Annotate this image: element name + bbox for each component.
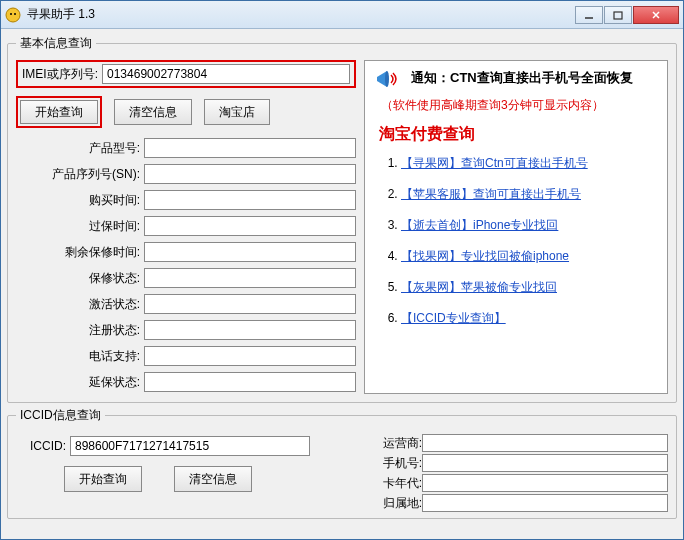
registration-status-input[interactable] xyxy=(144,320,356,340)
svg-point-2 xyxy=(14,13,16,15)
close-button[interactable] xyxy=(633,6,679,24)
extended-warranty-input[interactable] xyxy=(144,372,356,392)
carrier-input[interactable] xyxy=(422,434,668,452)
start-highlight: 开始查询 xyxy=(16,96,102,128)
notice-title: 通知：CTN查询直接出手机号全面恢复 xyxy=(411,69,661,87)
link-5[interactable]: 【灰果网】苹果被偷专业找回 xyxy=(401,280,557,294)
imei-row-highlight: IMEI或序列号: xyxy=(16,60,356,88)
notice-panel: 通知：CTN查询直接出手机号全面恢复 （软件使用高峰期查询3分钟可显示内容） 淘… xyxy=(364,60,668,394)
link-list: 【寻果网】查询Ctn可直接出手机号 【苹果客服】查询可直接出手机号 【逝去首创】… xyxy=(401,155,661,327)
iccid-buttons: 开始查询 清空信息 xyxy=(16,466,356,492)
iccid-legend: ICCID信息查询 xyxy=(16,407,105,424)
link-6[interactable]: 【ICCID专业查询】 xyxy=(401,311,506,325)
phone-label: 手机号: xyxy=(366,455,422,472)
link-1[interactable]: 【寻果网】查询Ctn可直接出手机号 xyxy=(401,156,588,170)
remaining-warranty-input[interactable] xyxy=(144,242,356,262)
list-item: 【ICCID专业查询】 xyxy=(401,310,661,327)
iccid-fieldset: ICCID信息查询 ICCID: 开始查询 清空信息 运营商: 手机号: 卡年代… xyxy=(7,407,677,519)
iccid-left: ICCID: 开始查询 清空信息 xyxy=(16,432,356,510)
clear-info-button[interactable]: 清空信息 xyxy=(114,99,192,125)
registration-status-label: 注册状态: xyxy=(16,322,144,339)
iccid-label: ICCID: xyxy=(16,439,66,453)
region-label: 归属地: xyxy=(366,495,422,512)
warranty-expire-input[interactable] xyxy=(144,216,356,236)
form-rows: 产品型号: 产品序列号(SN): 购买时间: 过保时间: 剩余保修时间: 保修状… xyxy=(16,138,356,392)
iccid-clear-button[interactable]: 清空信息 xyxy=(174,466,252,492)
svg-point-7 xyxy=(385,71,389,87)
megaphone-icon xyxy=(373,67,401,91)
app-window: 寻果助手 1.3 基本信息查询 IMEI或序列号: 开始查询 清空信息 淘宝店 xyxy=(0,0,684,540)
svg-point-1 xyxy=(10,13,12,15)
activation-status-input[interactable] xyxy=(144,294,356,314)
minimize-button[interactable] xyxy=(575,6,603,24)
app-icon xyxy=(5,7,21,23)
warranty-expire-label: 过保时间: xyxy=(16,218,144,235)
extended-warranty-label: 延保状态: xyxy=(16,374,144,391)
link-4[interactable]: 【找果网】专业找回被偷iphone xyxy=(401,249,569,263)
taobao-button[interactable]: 淘宝店 xyxy=(204,99,270,125)
list-item: 【寻果网】查询Ctn可直接出手机号 xyxy=(401,155,661,172)
titlebar[interactable]: 寻果助手 1.3 xyxy=(1,1,683,29)
phone-support-label: 电话支持: xyxy=(16,348,144,365)
imei-label: IMEI或序列号: xyxy=(22,66,98,83)
notice-heading: 淘宝付费查询 xyxy=(379,124,661,145)
purchase-time-label: 购买时间: xyxy=(16,192,144,209)
client-area: 基本信息查询 IMEI或序列号: 开始查询 清空信息 淘宝店 产品型号: 产品序… xyxy=(1,29,683,539)
purchase-time-input[interactable] xyxy=(144,190,356,210)
svg-rect-4 xyxy=(614,12,622,19)
region-input[interactable] xyxy=(422,494,668,512)
left-column: IMEI或序列号: 开始查询 清空信息 淘宝店 产品型号: 产品序列号(SN):… xyxy=(16,60,356,394)
basic-info-fieldset: 基本信息查询 IMEI或序列号: 开始查询 清空信息 淘宝店 产品型号: 产品序… xyxy=(7,35,677,403)
iccid-right: 运营商: 手机号: 卡年代: 归属地: xyxy=(366,432,668,510)
warranty-status-label: 保修状态: xyxy=(16,270,144,287)
iccid-row: ICCID: xyxy=(16,436,356,456)
start-query-button[interactable]: 开始查询 xyxy=(20,100,98,124)
phone-support-input[interactable] xyxy=(144,346,356,366)
carrier-label: 运营商: xyxy=(366,435,422,452)
iccid-start-button[interactable]: 开始查询 xyxy=(64,466,142,492)
svg-point-0 xyxy=(6,8,20,22)
product-sn-input[interactable] xyxy=(144,164,356,184)
remaining-warranty-label: 剩余保修时间: xyxy=(16,244,144,261)
card-year-label: 卡年代: xyxy=(366,475,422,492)
product-model-label: 产品型号: xyxy=(16,140,144,157)
window-title: 寻果助手 1.3 xyxy=(27,6,575,23)
warranty-status-input[interactable] xyxy=(144,268,356,288)
list-item: 【苹果客服】查询可直接出手机号 xyxy=(401,186,661,203)
phone-input[interactable] xyxy=(422,454,668,472)
maximize-button[interactable] xyxy=(604,6,632,24)
list-item: 【找果网】专业找回被偷iphone xyxy=(401,248,661,265)
list-item: 【灰果网】苹果被偷专业找回 xyxy=(401,279,661,296)
list-item: 【逝去首创】iPhone专业找回 xyxy=(401,217,661,234)
link-3[interactable]: 【逝去首创】iPhone专业找回 xyxy=(401,218,558,232)
activation-status-label: 激活状态: xyxy=(16,296,144,313)
notice-subtitle: （软件使用高峰期查询3分钟可显示内容） xyxy=(381,97,661,114)
imei-input[interactable] xyxy=(102,64,350,84)
product-model-input[interactable] xyxy=(144,138,356,158)
window-controls xyxy=(575,6,679,24)
basic-legend: 基本信息查询 xyxy=(16,35,96,52)
iccid-input[interactable] xyxy=(70,436,310,456)
card-year-input[interactable] xyxy=(422,474,668,492)
button-row: 开始查询 清空信息 淘宝店 xyxy=(16,96,356,128)
link-2[interactable]: 【苹果客服】查询可直接出手机号 xyxy=(401,187,581,201)
product-sn-label: 产品序列号(SN): xyxy=(16,166,144,183)
